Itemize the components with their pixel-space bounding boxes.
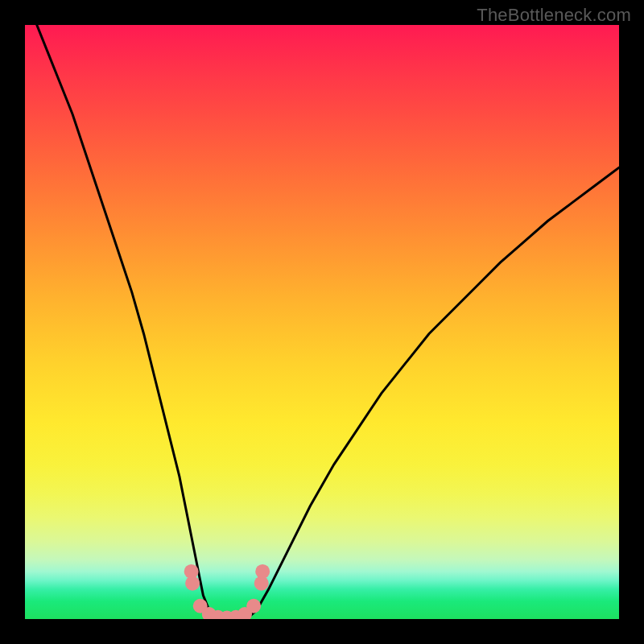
plot-area <box>25 25 619 619</box>
chart-frame: TheBottleneck.com <box>0 0 644 644</box>
highlight-dots-group <box>184 564 270 619</box>
highlight-dot <box>255 564 270 579</box>
highlight-dot <box>246 599 261 613</box>
curve-layer <box>25 25 619 619</box>
watermark-text: TheBottleneck.com <box>477 5 631 26</box>
highlight-dot <box>185 576 200 591</box>
bottleneck-curve <box>37 25 619 619</box>
